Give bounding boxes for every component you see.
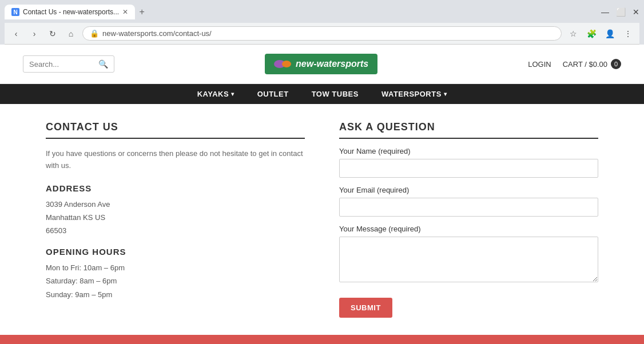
browser-titlebar: N Contact Us - new-watersports... ✕ + — … (5, 5, 639, 19)
hours-lines: Mon to Fri: 10am – 6pm Saturday: 8am – 6… (46, 261, 305, 301)
email-input[interactable] (339, 198, 598, 217)
address-line-2: Manhattan KS US (46, 211, 305, 224)
cart-button[interactable]: CART / $0.00 0 (563, 59, 621, 69)
forward-button[interactable]: › (27, 27, 41, 41)
new-tab-button[interactable]: + (135, 5, 149, 19)
url-text: new-watersports.com/contact-us/ (102, 29, 212, 38)
cart-badge: 0 (611, 59, 621, 69)
extensions-icon[interactable]: 🧩 (585, 27, 598, 41)
address-line-3: 66503 (46, 224, 305, 237)
nav-label-outlet: OUTLET (257, 90, 289, 98)
hours-line-3: Sunday: 9am – 5pm (46, 288, 305, 301)
tab-title: Contact Us - new-watersports... (23, 8, 119, 16)
login-link[interactable]: LOGIN (528, 60, 551, 69)
tab-favicon: N (11, 8, 19, 16)
site-header: 🔍 new-watersports LOGIN CART / $0.00 0 (0, 45, 644, 84)
hours-line-2: Saturday: 8am – 6pm (46, 274, 305, 287)
logo-text: new-watersports (296, 59, 368, 69)
back-button[interactable]: ‹ (9, 27, 23, 41)
submit-button[interactable]: SUBMIT (339, 298, 392, 318)
reload-button[interactable]: ↻ (46, 27, 59, 41)
nav-label-kayaks: KAYAKS (197, 90, 229, 98)
browser-tabs: N Contact Us - new-watersports... ✕ + (5, 5, 149, 19)
cart-label: CART / $0.00 (563, 60, 607, 69)
browser-tab-active[interactable]: N Contact Us - new-watersports... ✕ (5, 5, 135, 19)
browser-chrome: N Contact Us - new-watersports... ✕ + — … (0, 0, 644, 45)
close-button[interactable]: ✕ (633, 7, 639, 17)
hours-line-1: Mon to Fri: 10am – 6pm (46, 261, 305, 274)
menu-icon[interactable]: ⋮ (621, 27, 635, 41)
address-heading: ADDRESS (46, 183, 305, 193)
form-title: ASK A QUESTION (339, 121, 598, 139)
svg-point-1 (282, 61, 291, 67)
message-textarea[interactable] (339, 237, 598, 282)
chevron-down-icon-2: ▾ (444, 91, 447, 97)
tab-close-icon[interactable]: ✕ (122, 8, 128, 16)
email-label: Your Email (required) (339, 186, 598, 194)
name-label: Your Name (required) (339, 147, 598, 155)
site-footer: MY ACCOUNT ABOUT US LEGAL SIGNUP FOR NEW… (0, 335, 644, 344)
nav-label-watersports: WATERSPORTS (381, 90, 442, 98)
address-bar[interactable]: 🔒 new-watersports.com/contact-us/ (82, 26, 562, 41)
search-box[interactable]: 🔍 (23, 55, 114, 73)
minimize-button[interactable]: — (601, 7, 609, 17)
header-right: LOGIN CART / $0.00 0 (528, 59, 621, 69)
hours-heading: OPENING HOURS (46, 247, 305, 257)
nav-item-watersports[interactable]: WATERSPORTS ▾ (381, 90, 447, 98)
search-input[interactable] (29, 60, 95, 69)
nav-item-kayaks[interactable]: KAYAKS ▾ (197, 90, 234, 98)
search-icon[interactable]: 🔍 (98, 59, 108, 69)
nav-label-tow-tubes: TOW TUBES (312, 90, 359, 98)
browser-toolbar: ‹ › ↻ ⌂ 🔒 new-watersports.com/contact-us… (5, 23, 639, 45)
address-lines: 3039 Anderson Ave Manhattan KS US 66503 (46, 198, 305, 238)
window-controls: — ⬜ ✕ (601, 7, 639, 17)
contact-info-section: CONTACT US If you have questions or conc… (46, 121, 305, 318)
name-field-group: Your Name (required) (339, 147, 598, 178)
contact-description: If you have questions or concerns then p… (46, 148, 305, 172)
address-line-1: 3039 Anderson Ave (46, 198, 305, 211)
profile-icon[interactable]: 👤 (603, 27, 617, 41)
email-field-group: Your Email (required) (339, 186, 598, 217)
nav-item-outlet[interactable]: OUTLET (257, 90, 289, 98)
message-field-group: Your Message (required) (339, 225, 598, 284)
name-input[interactable] (339, 159, 598, 178)
site-nav: KAYAKS ▾ OUTLET TOW TUBES WATERSPORTS ▾ (0, 84, 644, 104)
site-logo[interactable]: new-watersports (265, 54, 377, 74)
logo-wave-icon (274, 58, 291, 70)
home-button[interactable]: ⌂ (64, 27, 78, 41)
main-content: CONTACT US If you have questions or conc… (0, 104, 644, 335)
lock-icon: 🔒 (90, 29, 99, 38)
bookmark-icon[interactable]: ☆ (566, 27, 580, 41)
nav-item-tow-tubes[interactable]: TOW TUBES (312, 90, 359, 98)
message-label: Your Message (required) (339, 225, 598, 233)
chevron-down-icon: ▾ (231, 91, 234, 97)
restore-button[interactable]: ⬜ (616, 7, 626, 17)
contact-section-title: CONTACT US (46, 121, 305, 139)
toolbar-icons: ☆ 🧩 👤 ⋮ (566, 27, 635, 41)
ask-question-section: ASK A QUESTION Your Name (required) Your… (339, 121, 598, 318)
